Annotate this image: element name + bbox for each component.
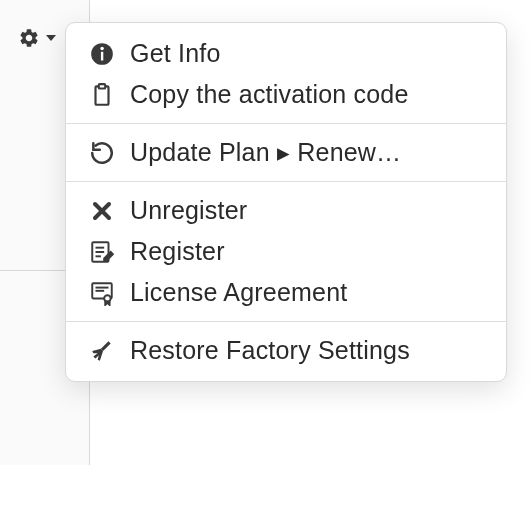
menu-item-label: Restore Factory Settings [130, 336, 410, 365]
svg-rect-4 [99, 84, 106, 88]
menu-separator [66, 123, 506, 124]
menu-item-label: Register [130, 237, 225, 266]
gear-menu-trigger[interactable] [15, 24, 56, 52]
menu-item-unregister[interactable]: Unregister [66, 190, 506, 231]
gear-icon [15, 24, 43, 52]
menu-item-copy-code[interactable]: Copy the activation code [66, 74, 506, 115]
menu-item-get-info[interactable]: Get Info [66, 33, 506, 74]
menu-item-label: Update Plan ▸ Renew… [130, 138, 401, 167]
refresh-icon [88, 139, 116, 167]
certificate-icon [88, 279, 116, 307]
context-menu: Get Info Copy the activation code Update… [65, 22, 507, 382]
menu-item-restore[interactable]: Restore Factory Settings [66, 330, 506, 371]
menu-item-license[interactable]: License Agreement [66, 272, 506, 313]
register-icon [88, 238, 116, 266]
menu-separator [66, 181, 506, 182]
x-icon [88, 197, 116, 225]
menu-item-label: License Agreement [130, 278, 347, 307]
svg-rect-1 [101, 51, 103, 60]
menu-item-update-plan[interactable]: Update Plan ▸ Renew… [66, 132, 506, 173]
clipboard-icon [88, 81, 116, 109]
menu-item-label: Get Info [130, 39, 221, 68]
broom-icon [88, 337, 116, 365]
menu-item-register[interactable]: Register [66, 231, 506, 272]
chevron-down-icon [46, 35, 56, 41]
info-icon [88, 40, 116, 68]
menu-item-label: Copy the activation code [130, 80, 409, 109]
menu-item-label: Unregister [130, 196, 247, 225]
menu-separator [66, 321, 506, 322]
svg-point-2 [100, 46, 103, 49]
